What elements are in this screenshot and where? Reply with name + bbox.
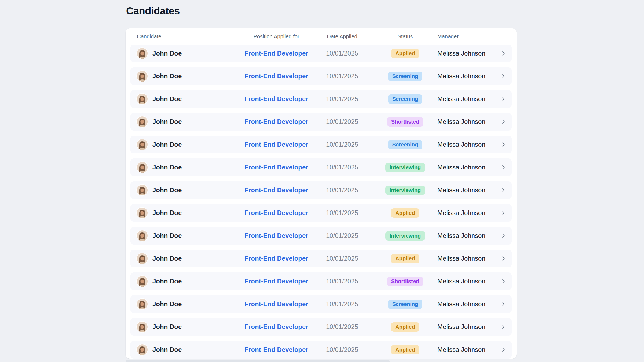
column-header-date: Date Applied bbox=[311, 34, 373, 40]
table-row[interactable]: John Doe Front-End Developer 10/01/2025 … bbox=[130, 90, 512, 108]
status-cell: Screening bbox=[373, 94, 437, 104]
candidate-avatar bbox=[137, 253, 148, 264]
status-cell: Shortlisted bbox=[373, 117, 437, 127]
candidate-avatar bbox=[137, 322, 148, 332]
status-cell: Applied bbox=[373, 208, 437, 218]
position-link[interactable]: Front-End Developer bbox=[241, 209, 311, 217]
manager-name: Melissa Johnson bbox=[437, 50, 496, 57]
position-link[interactable]: Front-End Developer bbox=[241, 72, 311, 80]
chevron-right-icon bbox=[500, 324, 506, 330]
column-header-candidate: Candidate bbox=[137, 34, 241, 40]
chevron-cell[interactable] bbox=[496, 210, 506, 216]
candidate-name: John Doe bbox=[152, 209, 182, 217]
chevron-cell[interactable] bbox=[496, 324, 506, 330]
chevron-cell[interactable] bbox=[496, 187, 506, 193]
table-row[interactable]: John Doe Front-End Developer 10/01/2025 … bbox=[130, 113, 512, 131]
table-row[interactable]: John Doe Front-End Developer 10/01/2025 … bbox=[130, 158, 512, 176]
date-applied: 10/01/2025 bbox=[311, 164, 373, 171]
table-row[interactable]: John Doe Front-End Developer 10/01/2025 … bbox=[130, 295, 512, 313]
table-row[interactable]: John Doe Front-End Developer 10/01/2025 … bbox=[130, 341, 512, 359]
position-link[interactable]: Front-End Developer bbox=[241, 346, 311, 353]
candidate-avatar bbox=[137, 230, 148, 241]
position-link[interactable]: Front-End Developer bbox=[241, 323, 311, 331]
table-row[interactable]: John Doe Front-End Developer 10/01/2025 … bbox=[130, 318, 512, 336]
date-applied: 10/01/2025 bbox=[311, 255, 373, 262]
date-applied: 10/01/2025 bbox=[311, 209, 373, 217]
manager-name: Melissa Johnson bbox=[437, 141, 496, 148]
position-link[interactable]: Front-End Developer bbox=[241, 300, 311, 308]
status-badge: Screening bbox=[388, 94, 423, 104]
chevron-right-icon bbox=[500, 347, 506, 353]
table-row[interactable]: John Doe Front-End Developer 10/01/2025 … bbox=[130, 227, 512, 245]
status-cell: Applied bbox=[373, 322, 437, 332]
candidate-name: John Doe bbox=[152, 346, 182, 353]
candidate-cell: John Doe bbox=[137, 185, 241, 195]
candidates-table-card: Candidate Position Applied for Date Appl… bbox=[126, 28, 517, 359]
chevron-cell[interactable] bbox=[496, 96, 506, 102]
candidate-cell: John Doe bbox=[137, 253, 241, 264]
chevron-right-icon bbox=[500, 119, 506, 125]
chevron-cell[interactable] bbox=[496, 347, 506, 353]
chevron-cell[interactable] bbox=[496, 278, 506, 284]
candidate-name: John Doe bbox=[152, 118, 182, 125]
status-cell: Applied bbox=[373, 49, 437, 58]
table-row[interactable]: John Doe Front-End Developer 10/01/2025 … bbox=[130, 45, 512, 62]
position-link[interactable]: Front-End Developer bbox=[241, 255, 311, 262]
position-link[interactable]: Front-End Developer bbox=[241, 95, 311, 103]
chevron-cell[interactable] bbox=[496, 233, 506, 239]
position-link[interactable]: Front-End Developer bbox=[241, 141, 311, 148]
candidate-avatar bbox=[137, 299, 148, 309]
column-header-status: Status bbox=[373, 34, 437, 40]
chevron-cell[interactable] bbox=[496, 50, 506, 56]
manager-name: Melissa Johnson bbox=[437, 164, 496, 171]
status-badge: Applied bbox=[391, 322, 419, 332]
candidates-page: { "page": { "title": "Candidates", "back… bbox=[0, 0, 644, 362]
candidate-avatar bbox=[137, 48, 148, 59]
position-link[interactable]: Front-End Developer bbox=[241, 186, 311, 194]
table-row[interactable]: John Doe Front-End Developer 10/01/2025 … bbox=[130, 67, 512, 85]
table-row[interactable]: John Doe Front-End Developer 10/01/2025 … bbox=[130, 204, 512, 222]
chevron-right-icon bbox=[500, 96, 506, 102]
candidate-name: John Doe bbox=[152, 323, 182, 331]
date-applied: 10/01/2025 bbox=[311, 323, 373, 331]
candidate-cell: John Doe bbox=[137, 94, 241, 104]
chevron-cell[interactable] bbox=[496, 164, 506, 170]
position-link[interactable]: Front-End Developer bbox=[241, 118, 311, 125]
position-link[interactable]: Front-End Developer bbox=[241, 164, 311, 171]
candidate-avatar bbox=[137, 71, 148, 82]
candidate-cell: John Doe bbox=[137, 116, 241, 127]
table-row[interactable]: John Doe Front-End Developer 10/01/2025 … bbox=[130, 136, 512, 153]
status-badge: Shortlisted bbox=[387, 117, 423, 127]
chevron-cell[interactable] bbox=[496, 142, 506, 147]
table-body: John Doe Front-End Developer 10/01/2025 … bbox=[130, 45, 512, 359]
candidate-name: John Doe bbox=[152, 232, 182, 239]
position-link[interactable]: Front-End Developer bbox=[241, 50, 311, 57]
status-badge: Shortlisted bbox=[387, 277, 423, 286]
chevron-right-icon bbox=[500, 256, 506, 261]
status-badge: Screening bbox=[388, 140, 423, 149]
table-row[interactable]: John Doe Front-End Developer 10/01/2025 … bbox=[130, 272, 512, 290]
status-cell: Applied bbox=[373, 254, 437, 263]
candidate-avatar bbox=[137, 185, 148, 195]
candidate-name: John Doe bbox=[152, 186, 182, 194]
chevron-right-icon bbox=[500, 233, 506, 239]
chevron-cell[interactable] bbox=[496, 73, 506, 79]
status-badge: Screening bbox=[388, 72, 423, 81]
position-link[interactable]: Front-End Developer bbox=[241, 278, 311, 285]
status-cell: Screening bbox=[373, 72, 437, 81]
status-badge: Interviewing bbox=[385, 163, 425, 172]
candidate-cell: John Doe bbox=[137, 208, 241, 218]
table-row[interactable]: John Doe Front-End Developer 10/01/2025 … bbox=[130, 181, 512, 199]
chevron-cell[interactable] bbox=[496, 256, 506, 261]
chevron-cell[interactable] bbox=[496, 301, 506, 307]
table-row[interactable]: John Doe Front-End Developer 10/01/2025 … bbox=[130, 250, 512, 267]
date-applied: 10/01/2025 bbox=[311, 300, 373, 308]
position-link[interactable]: Front-End Developer bbox=[241, 232, 311, 239]
date-applied: 10/01/2025 bbox=[311, 186, 373, 194]
chevron-cell[interactable] bbox=[496, 119, 506, 125]
candidate-avatar bbox=[137, 116, 148, 127]
horizontal-scrollbar-thumb[interactable] bbox=[126, 360, 390, 362]
manager-name: Melissa Johnson bbox=[437, 209, 496, 217]
status-cell: Screening bbox=[373, 140, 437, 149]
candidate-cell: John Doe bbox=[137, 139, 241, 150]
